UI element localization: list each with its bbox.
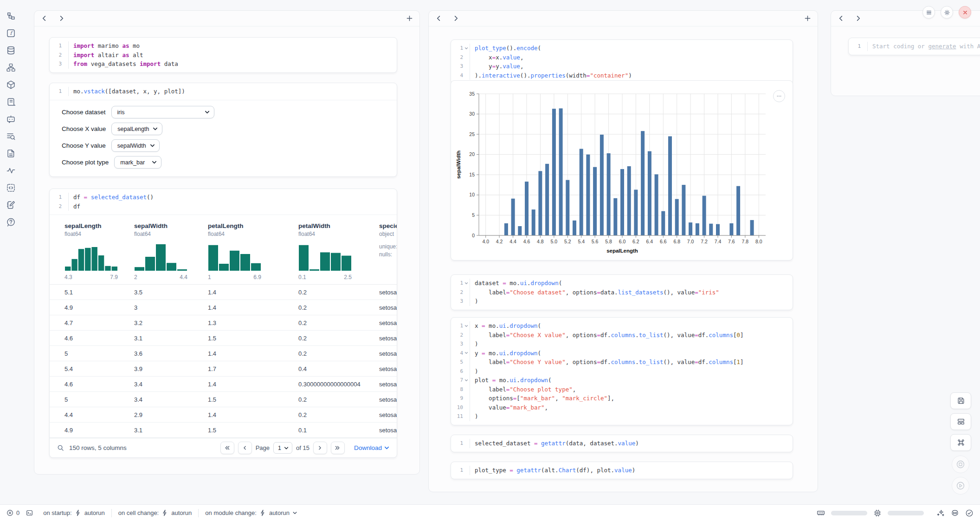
ai-sparkles-button[interactable] — [936, 509, 945, 517]
svg-text:4.8: 4.8 — [537, 239, 544, 244]
chevron-right-icon[interactable] — [452, 15, 459, 22]
code-editor-plot-encode[interactable]: 1plot_type().encode(2 x=x.value,3 y=y.va… — [451, 40, 793, 84]
dataset-label: Choose dataset — [62, 109, 106, 116]
column-header-petalWidth[interactable]: petalWidthfloat640.12.5 — [298, 222, 379, 280]
table-row: 53.41.50.2setosa — [50, 392, 397, 407]
error-indicator[interactable]: 0 — [6, 509, 19, 516]
first-page-button[interactable] — [220, 442, 234, 454]
on-startup-toggle[interactable]: on startup: autorun — [43, 509, 105, 516]
scratchpad-icon[interactable] — [6, 200, 16, 210]
chevron-right-icon[interactable] — [855, 15, 862, 22]
divider — [198, 509, 199, 517]
code-editor-scratch[interactable]: 1Start coding or generate with AI — [849, 38, 980, 55]
chevron-left-icon[interactable] — [435, 15, 442, 22]
vstack-output: Choose dataset iris Choose X value sepal… — [50, 100, 397, 176]
stop-button[interactable] — [952, 456, 969, 473]
table-cell: 1.7 — [208, 365, 298, 372]
connection-status-icon[interactable] — [965, 509, 974, 517]
code-editor-xyplot[interactable]: 1x = mo.ui.dropdown(2 label="Choose X va… — [451, 318, 793, 425]
y-value-select[interactable]: sepalWidth — [111, 139, 160, 152]
file-tree-icon[interactable] — [6, 11, 16, 21]
chart-options-button[interactable] — [773, 90, 785, 102]
terminal-button[interactable] — [26, 509, 33, 516]
layout-button[interactable] — [950, 413, 971, 430]
table-cell: 0.1 — [298, 427, 379, 434]
next-page-button[interactable] — [313, 442, 327, 454]
column-max: 4.4 — [180, 274, 187, 280]
code-editor-dataset[interactable]: 1dataset = mo.ui.dropdown(2 label="Choos… — [451, 275, 793, 310]
chatbot-icon[interactable] — [6, 114, 16, 124]
svg-text:6.4: 6.4 — [646, 239, 653, 244]
table-cell: 0.4 — [298, 365, 379, 372]
chart-output: 4.04.24.44.64.85.05.25.45.65.86.06.26.46… — [451, 80, 793, 260]
package-icon[interactable] — [6, 80, 16, 90]
x-value-select[interactable]: sepalLength — [111, 123, 162, 135]
run-button[interactable] — [952, 477, 969, 495]
snippets-icon[interactable] — [6, 149, 16, 158]
download-button[interactable]: Download — [354, 444, 389, 451]
column-2-header — [429, 11, 818, 26]
code-editor-selected-dataset[interactable]: 1selected_dataset = getattr(data, datase… — [451, 435, 793, 452]
prev-page-button[interactable] — [238, 442, 252, 454]
add-cell-icon[interactable] — [406, 15, 413, 22]
column-header-species[interactable]: speciesobjectunique:nulls: — [379, 222, 397, 280]
script-icon[interactable] — [6, 97, 16, 107]
page-select[interactable]: 1 — [273, 442, 292, 454]
activity-icon[interactable] — [6, 166, 16, 176]
cell-scratch: 1Start coding or generate with AI — [848, 38, 980, 55]
close-button[interactable] — [959, 6, 971, 19]
code-editor-plot-type[interactable]: 1plot_type = getattr(alt.Chart(df), plot… — [451, 462, 793, 479]
close-icon — [962, 9, 968, 16]
chevron-down-icon — [153, 126, 158, 131]
svg-text:7.2: 7.2 — [701, 239, 708, 244]
code-line: 1x = mo.ui.dropdown( — [451, 321, 793, 331]
chevron-left-icon[interactable] — [41, 15, 48, 22]
command-palette-button[interactable] — [950, 434, 971, 451]
code-editor-vstack[interactable]: 1mo.vstack([dataset, x, y, plot]) — [50, 83, 397, 100]
plot-type-select[interactable]: mark_bar — [114, 156, 161, 169]
menu-button[interactable] — [922, 6, 935, 19]
divider — [111, 509, 112, 517]
help-icon[interactable] — [6, 217, 16, 227]
table-cell: setosa — [379, 319, 397, 326]
last-page-button[interactable] — [331, 442, 345, 454]
dataset-select[interactable]: iris — [111, 106, 214, 118]
column-header-sepalLength[interactable]: sepalLengthfloat644.37.9 — [64, 222, 134, 280]
chevron-right-icon[interactable] — [58, 15, 65, 22]
chevron-down-icon — [152, 160, 157, 165]
function-icon[interactable]: f — [6, 28, 16, 38]
search-icon[interactable] — [57, 444, 64, 451]
copilot-button[interactable] — [951, 509, 959, 517]
control-row-dataset: Choose dataset iris — [50, 104, 397, 121]
bar-chart[interactable]: 4.04.24.44.64.85.05.25.45.65.86.06.26.46… — [451, 81, 793, 261]
save-button[interactable] — [950, 392, 971, 409]
column-header-sepalWidth[interactable]: sepalWidthfloat6424.4 — [134, 222, 208, 280]
svg-text:7.6: 7.6 — [728, 239, 735, 244]
add-cell-icon[interactable] — [804, 15, 811, 22]
fold-icon[interactable] — [463, 279, 470, 288]
code-block-icon[interactable] — [6, 183, 16, 193]
chevron-left-icon[interactable] — [838, 15, 845, 22]
svg-text:sepalWidth: sepalWidth — [456, 150, 461, 179]
table-cell: 5 — [64, 396, 134, 403]
on-module-change-toggle[interactable]: on module change: autorun — [205, 509, 297, 516]
settings-button[interactable] — [941, 6, 953, 19]
fold-icon[interactable] — [463, 349, 470, 358]
fold-icon[interactable] — [463, 44, 470, 53]
fold-icon[interactable] — [463, 376, 470, 385]
dependency-graph-icon[interactable] — [6, 63, 16, 72]
database-icon[interactable] — [6, 46, 16, 55]
svg-text:5.2: 5.2 — [564, 239, 571, 244]
svg-text:6.8: 6.8 — [673, 239, 680, 244]
on-cell-change-toggle[interactable]: on cell change: autorun — [118, 509, 192, 516]
code-editor-df[interactable]: 1df = selected_dataset()2df — [50, 189, 397, 215]
table-row: 4.73.21.30.2setosa — [50, 315, 397, 331]
code-line: 3) — [451, 339, 793, 349]
search-logs-icon[interactable] — [6, 131, 16, 141]
svg-text:sepalLength: sepalLength — [606, 248, 638, 254]
column-name: sepalWidth — [134, 222, 208, 229]
code-editor-imports[interactable]: 1import marimo as mo2import altair as al… — [50, 38, 397, 72]
on-startup-label: on startup: — [43, 509, 71, 516]
column-header-petalLength[interactable]: petalLengthfloat6416.9 — [208, 222, 298, 280]
fold-icon[interactable] — [463, 321, 470, 331]
